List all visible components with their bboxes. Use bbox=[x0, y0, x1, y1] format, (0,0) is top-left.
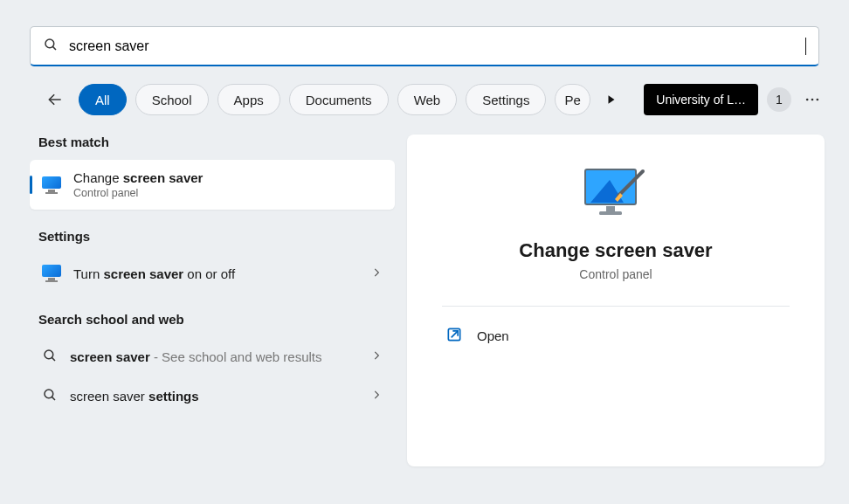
org-count-badge[interactable]: 1 bbox=[767, 87, 791, 112]
filters-next-button[interactable] bbox=[599, 87, 624, 112]
results-area: Best match Change screen saver Control p… bbox=[30, 135, 825, 466]
monitor-icon bbox=[42, 265, 61, 282]
chevron-right-icon bbox=[370, 349, 383, 364]
best-match-title: Change screen saver bbox=[73, 170, 203, 185]
filter-pill-web[interactable]: Web bbox=[397, 84, 458, 115]
search-input[interactable] bbox=[59, 38, 806, 54]
search-input-wrapper[interactable] bbox=[30, 26, 819, 66]
text-caret bbox=[805, 38, 806, 55]
more-options-button[interactable] bbox=[800, 91, 825, 108]
section-best-match: Best match bbox=[38, 135, 395, 149]
open-label: Open bbox=[477, 328, 509, 343]
org-scope-tag[interactable]: University of L… bbox=[644, 84, 758, 115]
setting-label: Turn screen saver on or off bbox=[73, 266, 370, 281]
svg-line-19 bbox=[452, 331, 459, 338]
detail-panel: Change screen saver Control panel Open bbox=[407, 135, 825, 466]
svg-point-9 bbox=[45, 390, 53, 398]
svg-line-1 bbox=[52, 46, 56, 50]
chevron-right-icon bbox=[370, 266, 383, 281]
web-result-screen-saver[interactable]: screen saver - See school and web result… bbox=[30, 337, 395, 376]
svg-rect-14 bbox=[606, 206, 615, 211]
section-school-web: Search school and web bbox=[38, 312, 395, 327]
section-settings: Settings bbox=[38, 229, 395, 244]
svg-rect-15 bbox=[599, 211, 622, 215]
filter-pill-people[interactable]: Pe bbox=[555, 84, 590, 115]
search-bar bbox=[30, 26, 819, 66]
svg-point-6 bbox=[817, 99, 819, 101]
filter-pill-documents[interactable]: Documents bbox=[289, 84, 389, 115]
filter-pill-school[interactable]: School bbox=[135, 84, 209, 115]
chevron-right-icon bbox=[370, 389, 383, 404]
web-result-screen-saver-settings[interactable]: screen saver settings bbox=[30, 376, 395, 416]
search-icon bbox=[43, 37, 59, 55]
svg-line-8 bbox=[52, 357, 55, 361]
filter-pill-apps[interactable]: Apps bbox=[217, 84, 280, 115]
svg-marker-3 bbox=[608, 95, 614, 103]
web-result-label: screen saver - See school and web result… bbox=[70, 349, 370, 364]
filter-pill-all[interactable]: All bbox=[79, 84, 127, 115]
svg-point-7 bbox=[45, 350, 53, 359]
svg-point-5 bbox=[811, 99, 814, 101]
best-match-result[interactable]: Change screen saver Control panel bbox=[30, 160, 395, 210]
monitor-icon bbox=[42, 176, 61, 194]
open-in-new-icon bbox=[445, 326, 463, 346]
detail-title: Change screen saver bbox=[442, 239, 790, 262]
search-icon bbox=[42, 387, 58, 405]
results-list: Best match Change screen saver Control p… bbox=[30, 135, 395, 466]
svg-point-0 bbox=[45, 39, 54, 48]
filter-row: All School Apps Documents Web Settings P… bbox=[40, 84, 825, 115]
filter-pill-settings[interactable]: Settings bbox=[466, 84, 546, 115]
web-result-label: screen saver settings bbox=[70, 389, 370, 404]
search-icon bbox=[42, 348, 58, 366]
svg-point-4 bbox=[806, 99, 809, 101]
svg-line-10 bbox=[52, 397, 55, 400]
back-button[interactable] bbox=[40, 85, 70, 114]
open-action[interactable]: Open bbox=[442, 307, 790, 365]
setting-turn-screen-saver[interactable]: Turn screen saver on or off bbox=[30, 254, 395, 293]
best-match-subtitle: Control panel bbox=[73, 187, 203, 199]
windows-search-panel: All School Apps Documents Web Settings P… bbox=[0, 0, 849, 466]
detail-subtitle: Control panel bbox=[442, 267, 790, 281]
detail-hero-icon bbox=[442, 164, 790, 227]
